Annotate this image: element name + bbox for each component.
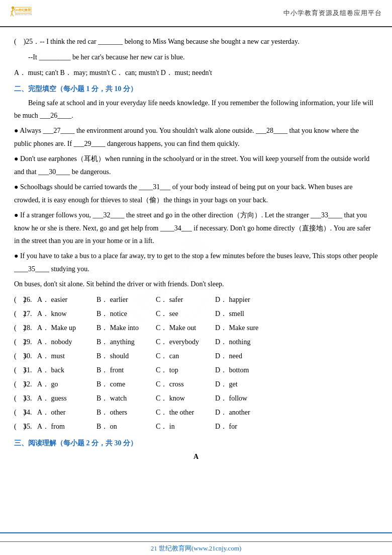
section2-bullet2: ● Don't use earphones（耳机）when running in… bbox=[14, 152, 378, 179]
mc-opt-30-0: A． must bbox=[37, 349, 92, 363]
q25-text: ( )25．-- I think the red car _______ bel… bbox=[14, 38, 300, 45]
mc-num-29: 29. bbox=[23, 335, 37, 349]
mc-opt-30-2: C． can bbox=[156, 349, 211, 363]
mc-opt-26-0: A． easier bbox=[37, 293, 92, 307]
footer-divider bbox=[0, 541, 392, 542]
mc-num-30: 30. bbox=[23, 349, 37, 363]
mc-num-35: 35. bbox=[23, 420, 37, 434]
header: 21世纪教育 WWW.21CNjY.COM 中小学教育资源及组卷应用平台 bbox=[0, 0, 392, 27]
mc-num-32: 32. bbox=[23, 377, 37, 391]
mc-opt-31-0: A． back bbox=[37, 363, 92, 377]
mc-questions-container: ( )26.A． easierB． earlierC． saferD． happ… bbox=[14, 293, 378, 434]
svg-line-3 bbox=[12, 13, 13, 16]
mc-row-29: ( )29.A． nobodyB． anythingC． everybodyD．… bbox=[14, 335, 378, 349]
section2-bullet3: ● Schoolbags should be carried towards t… bbox=[14, 181, 378, 207]
mc-opt-34-3: D． another bbox=[215, 406, 270, 420]
mc-opt-28-0: A． Make up bbox=[37, 321, 92, 335]
mc-opt-31-3: D． bottom bbox=[215, 363, 270, 377]
mc-num-28: 28. bbox=[23, 321, 37, 335]
mc-opt-26-1: B． earlier bbox=[96, 293, 152, 307]
mc-opt-33-0: A． guess bbox=[37, 391, 92, 406]
section2-para-last: On buses, don't sit alone. Sit behind th… bbox=[14, 278, 378, 291]
mc-paren-26: ( ) bbox=[14, 293, 23, 307]
mc-num-33: 33. bbox=[23, 391, 37, 406]
mc-opt-33-3: D． follow bbox=[215, 391, 270, 406]
q25-line1: ( )25．-- I think the red car _______ bel… bbox=[14, 35, 378, 48]
mc-opt-33-2: C． know bbox=[156, 391, 211, 406]
section2-bullet4: ● If a stranger follows you, ___32____ t… bbox=[14, 209, 378, 248]
mc-opt-32-0: A． go bbox=[37, 377, 92, 391]
mc-paren-32: ( ) bbox=[14, 377, 23, 391]
mc-opt-29-1: B． anything bbox=[96, 335, 152, 349]
mc-paren-31: ( ) bbox=[14, 363, 23, 377]
mc-opt-31-2: C． top bbox=[156, 363, 211, 377]
footer: 21 世纪教育网(www.21cnjy.com) bbox=[0, 532, 392, 555]
mc-opt-27-1: B． notice bbox=[96, 307, 152, 321]
section3-sub: A bbox=[14, 453, 378, 461]
mc-row-27: ( )27.A． knowB． noticeC． seeD． smell bbox=[14, 307, 378, 321]
svg-text:WWW.21CNjY.COM: WWW.21CNjY.COM bbox=[15, 14, 32, 16]
mc-opt-30-3: D． need bbox=[215, 349, 270, 363]
mc-opt-29-3: D． nothing bbox=[215, 335, 270, 349]
q25-line2: --It _________ be her car's because her … bbox=[14, 51, 378, 63]
mc-num-31: 31. bbox=[23, 363, 37, 377]
mc-opt-29-0: A． nobody bbox=[37, 335, 92, 349]
mc-row-28: ( )28.A． Make upB． Make intoC． Make outD… bbox=[14, 321, 378, 335]
mc-num-34: 34. bbox=[23, 406, 37, 420]
mc-paren-29: ( ) bbox=[14, 335, 23, 349]
content: ( )25．-- I think the red car _______ bel… bbox=[0, 27, 392, 473]
svg-text:21世纪教育: 21世纪教育 bbox=[16, 8, 31, 12]
mc-opt-31-1: B． front bbox=[96, 363, 152, 377]
header-site-label: 中小学教育资源及组卷应用平台 bbox=[283, 9, 382, 18]
mc-opt-28-2: C． Make out bbox=[156, 321, 211, 335]
mc-opt-34-1: B． others bbox=[96, 406, 152, 420]
section2-bullet1: ● Always ___27____ the environment aroun… bbox=[14, 124, 378, 150]
section2-para1: Being safe at school and in your everyda… bbox=[14, 97, 378, 123]
mc-row-30: ( )30.A． mustB． shouldC． canD． need bbox=[14, 349, 378, 363]
mc-opt-32-1: B． come bbox=[96, 377, 152, 391]
mc-paren-33: ( ) bbox=[14, 391, 23, 406]
mc-paren-27: ( ) bbox=[14, 307, 23, 321]
logo-area: 21世纪教育 WWW.21CNjY.COM bbox=[8, 4, 32, 22]
footer-text: 21 世纪教育网(www.21cnjy.com) bbox=[151, 544, 242, 552]
logo-svg: 21世纪教育 WWW.21CNjY.COM bbox=[8, 4, 32, 22]
mc-num-27: 27. bbox=[23, 307, 37, 321]
mc-opt-35-2: C． in bbox=[156, 420, 211, 434]
q25-options: A． must; can't B． may; mustn't C． can; m… bbox=[14, 66, 378, 79]
mc-opt-27-2: C． see bbox=[156, 307, 211, 321]
mc-opt-33-1: B． watch bbox=[96, 391, 152, 406]
svg-line-5 bbox=[13, 10, 15, 11]
mc-row-33: ( )33.A． guessB． watchC． knowD． follow bbox=[14, 391, 378, 406]
mc-row-26: ( )26.A． easierB． earlierC． saferD． happ… bbox=[14, 293, 378, 307]
mc-opt-34-0: A． other bbox=[37, 406, 92, 420]
mc-opt-35-0: A． from bbox=[37, 420, 92, 434]
mc-row-32: ( )32.A． goB． comeC． crossD． get bbox=[14, 377, 378, 391]
mc-row-31: ( )31.A． backB． frontC． topD． bottom bbox=[14, 363, 378, 377]
mc-opt-30-1: B． should bbox=[96, 349, 152, 363]
mc-opt-35-1: B． on bbox=[96, 420, 152, 434]
q25-line2-text: --It _________ be her car's because her … bbox=[28, 53, 185, 61]
page: 21世纪教育 WWW.21CNjY.COM 中小学教育资源及组卷应用平台 21世… bbox=[0, 0, 392, 555]
mc-opt-26-2: C． safer bbox=[156, 293, 211, 307]
q25-opts-text: A． must; can't B． may; mustn't C． can; m… bbox=[14, 69, 212, 76]
mc-num-26: 26. bbox=[23, 293, 37, 307]
mc-opt-26-3: D． happier bbox=[215, 293, 270, 307]
mc-opt-28-3: D． Make sure bbox=[215, 321, 270, 335]
mc-row-35: ( )35.A． fromB． onC． inD． for bbox=[14, 420, 378, 434]
mc-opt-32-2: C． cross bbox=[156, 377, 211, 391]
mc-opt-32-3: D． get bbox=[215, 377, 270, 391]
mc-opt-29-2: C． everybody bbox=[156, 335, 211, 349]
mc-paren-28: ( ) bbox=[14, 321, 23, 335]
section2-title: 二、完型填空（每小题 1 分，共 10 分） bbox=[14, 85, 378, 94]
mc-paren-35: ( ) bbox=[14, 420, 23, 434]
mc-paren-34: ( ) bbox=[14, 406, 23, 420]
section2-bullet5: ● If you have to take a bus to a place f… bbox=[14, 250, 378, 276]
mc-opt-27-3: D． smell bbox=[215, 307, 270, 321]
mc-row-34: ( )34.A． otherB． othersC． the otherD． an… bbox=[14, 406, 378, 420]
mc-opt-27-0: A． know bbox=[37, 307, 92, 321]
svg-line-2 bbox=[11, 13, 12, 16]
svg-point-0 bbox=[12, 7, 14, 9]
section3-title: 三、阅读理解（每小题 2 分，共 30 分） bbox=[14, 439, 378, 448]
mc-opt-35-3: D． for bbox=[215, 420, 270, 434]
mc-paren-30: ( ) bbox=[14, 349, 23, 363]
